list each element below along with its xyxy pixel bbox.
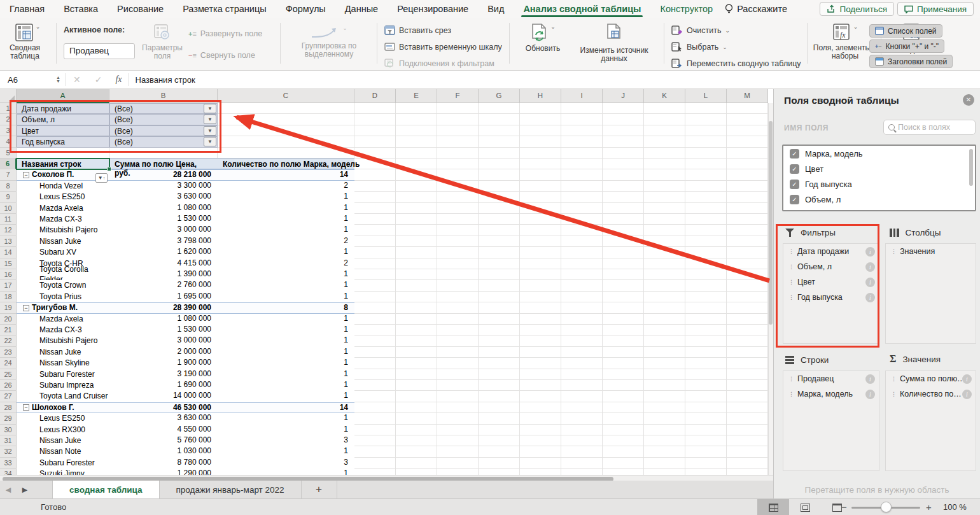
row-header-10[interactable]: 10 bbox=[0, 203, 17, 214]
drag-handle-icon[interactable]: ⋮ bbox=[891, 391, 896, 397]
cell-count[interactable]: 1 bbox=[218, 280, 354, 291]
cell-count[interactable]: 1 bbox=[218, 469, 354, 475]
cell-sum[interactable]: 28 390 000 bbox=[109, 303, 218, 313]
cell-sum[interactable]: 1 690 000 bbox=[109, 380, 218, 391]
menu-tab-вставка[interactable]: Вставка bbox=[54, 0, 108, 18]
close-icon[interactable]: ✕ bbox=[963, 94, 974, 106]
drag-handle-icon[interactable]: ⋮ bbox=[788, 376, 794, 382]
collapse-minus-icon[interactable]: − bbox=[23, 172, 29, 178]
collapse-minus-icon[interactable]: − bbox=[23, 305, 29, 311]
cell-count[interactable]: 3 bbox=[218, 458, 354, 469]
values-drop-area[interactable]: ⋮Сумма по полю…i⋮Количество по…i bbox=[885, 370, 976, 471]
row-header-17[interactable]: 17 bbox=[0, 280, 17, 291]
row-header-33[interactable]: 33 bbox=[0, 458, 17, 469]
sheet-tab-active[interactable]: сводная таблица bbox=[52, 481, 160, 498]
cell-count[interactable]: 1 bbox=[218, 380, 354, 391]
column-header-i[interactable]: I bbox=[561, 89, 603, 103]
area-item[interactable]: ⋮Значения bbox=[886, 244, 976, 259]
columns-drop-area[interactable]: ⋮Значения bbox=[885, 243, 976, 344]
info-icon[interactable]: i bbox=[865, 278, 875, 287]
drag-handle-icon[interactable]: ⋮ bbox=[788, 391, 794, 397]
row-header-9[interactable]: 9 bbox=[0, 192, 17, 202]
row-header-2[interactable]: 2 bbox=[0, 114, 17, 125]
vertical-scrollbar-thumb[interactable] bbox=[769, 121, 773, 325]
cell-sum[interactable]: 14 000 000 bbox=[109, 391, 218, 402]
column-header-f[interactable]: F bbox=[437, 89, 479, 103]
zoom-slider-thumb[interactable] bbox=[881, 502, 892, 512]
cell-c6[interactable]: Количество по полю Марка, модель bbox=[218, 159, 354, 169]
menu-tab-главная[interactable]: Главная bbox=[0, 0, 54, 18]
row-header-3[interactable]: 3 bbox=[0, 125, 17, 136]
tell-me[interactable]: Расскажите bbox=[722, 4, 787, 15]
pivot-table-button[interactable]: ⌄ Сводная таблица bbox=[5, 23, 50, 60]
cell-a6[interactable]: Названия строк bbox=[17, 159, 109, 169]
sheet-tab-inactive[interactable]: продажи январь-март 2022 bbox=[160, 481, 302, 498]
row-header-18[interactable]: 18 bbox=[0, 292, 17, 302]
search-input[interactable] bbox=[898, 123, 965, 132]
cancel-icon[interactable]: ✕ bbox=[66, 74, 88, 85]
row-header-32[interactable]: 32 bbox=[0, 446, 17, 457]
row-header-25[interactable]: 25 bbox=[0, 369, 17, 380]
cell-sum[interactable]: 4 415 000 bbox=[109, 258, 218, 269]
cell-sum[interactable]: 1 290 000 bbox=[109, 469, 218, 475]
group-selection-button[interactable]: ⌄ Группировка по выделенному bbox=[288, 24, 370, 59]
sheet-nav-left-icon[interactable]: ◀ bbox=[0, 481, 17, 498]
cell-name[interactable]: Mitsubishi Pajero bbox=[17, 225, 109, 236]
column-header-b[interactable]: B bbox=[109, 89, 218, 103]
cell-count[interactable]: 1 bbox=[218, 335, 354, 346]
cell-count[interactable]: 1 bbox=[218, 292, 354, 302]
column-header-j[interactable]: J bbox=[603, 89, 644, 103]
change-source-button[interactable]: Изменить источник данных bbox=[570, 23, 659, 63]
area-item[interactable]: ⋮Год выпускаi bbox=[783, 290, 879, 305]
cell-sum[interactable]: 5 760 000 bbox=[109, 435, 218, 446]
row-header-22[interactable]: 22 bbox=[0, 335, 17, 346]
insert-timeline-button[interactable]: Вставить временную шкалу bbox=[384, 42, 502, 52]
cell-count[interactable]: 1 bbox=[218, 247, 354, 258]
field-headers-toggle[interactable]: Заголовки полей bbox=[869, 55, 953, 68]
normal-view-button[interactable] bbox=[757, 499, 789, 515]
cell-count[interactable]: 3 bbox=[218, 435, 354, 446]
info-icon[interactable]: i bbox=[865, 374, 875, 384]
expand-field-button[interactable]: +≡ Развернуть поле bbox=[188, 29, 262, 38]
field-list-item[interactable]: ✓Год выпуска bbox=[783, 176, 975, 192]
area-item[interactable]: ⋮Марка, модельi bbox=[783, 386, 879, 402]
field-list-item[interactable]: ✓Цвет bbox=[783, 161, 975, 176]
cell-name[interactable]: −Тригубов М. bbox=[17, 303, 109, 313]
cell-count[interactable]: 1 bbox=[218, 391, 354, 402]
cell-sum[interactable]: 3 190 000 bbox=[109, 369, 218, 380]
zoom-in-icon[interactable]: + bbox=[926, 502, 932, 512]
cell-count[interactable]: 8 bbox=[218, 303, 354, 313]
share-button[interactable]: Поделиться bbox=[820, 2, 894, 16]
column-header-e[interactable]: E bbox=[396, 89, 437, 103]
vertical-scrollbar[interactable] bbox=[768, 103, 773, 475]
cell-sum[interactable]: 3 798 000 bbox=[109, 236, 218, 247]
row-header-16[interactable]: 16 bbox=[0, 269, 17, 280]
refresh-button[interactable]: ⌄ Обновить bbox=[521, 23, 565, 53]
row-header-8[interactable]: 8 bbox=[0, 181, 17, 192]
cell-name[interactable]: Mazda CX-3 bbox=[17, 214, 109, 225]
select-button[interactable]: Выбрать ⌄ bbox=[671, 42, 727, 52]
cell-count[interactable]: 1 bbox=[218, 347, 354, 358]
fill-handle[interactable] bbox=[107, 167, 111, 171]
row-header-26[interactable]: 26 bbox=[0, 380, 17, 391]
cell-sum[interactable]: 1 900 000 bbox=[109, 358, 218, 369]
menu-tab-анализ-сводной-таблицы[interactable]: Анализ сводной таблицы bbox=[514, 0, 650, 18]
row-header-29[interactable]: 29 bbox=[0, 413, 17, 424]
collapse-minus-icon[interactable]: − bbox=[23, 404, 29, 411]
name-box-stepper[interactable]: ▲▼ bbox=[56, 76, 60, 83]
field-list-item[interactable]: ✓Марка, модель bbox=[783, 146, 975, 161]
row-header-13[interactable]: 13 bbox=[0, 236, 17, 247]
column-header-d[interactable]: D bbox=[354, 89, 396, 103]
area-item[interactable]: ⋮Количество по…i bbox=[886, 386, 976, 402]
cell-name[interactable]: Subaru Forester bbox=[17, 369, 109, 380]
row-header-24[interactable]: 24 bbox=[0, 358, 17, 369]
cell-name[interactable]: Mazda CX-3 bbox=[17, 325, 109, 335]
filter-field-cell[interactable]: Объем, л bbox=[17, 114, 109, 125]
info-icon[interactable]: i bbox=[865, 262, 875, 272]
filters-drop-area[interactable]: ⋮Дата продажиi⋮Объем, лi⋮Цветi⋮Год выпус… bbox=[783, 243, 879, 344]
cell-sum[interactable]: 3 300 000 bbox=[109, 181, 218, 192]
insert-slicer-button[interactable]: Вставить срез bbox=[384, 25, 451, 35]
cell-sum[interactable]: 1 695 000 bbox=[109, 292, 218, 302]
drag-handle-icon[interactable]: ⋮ bbox=[788, 279, 794, 285]
cell-name[interactable]: Nissan Juke bbox=[17, 236, 109, 247]
